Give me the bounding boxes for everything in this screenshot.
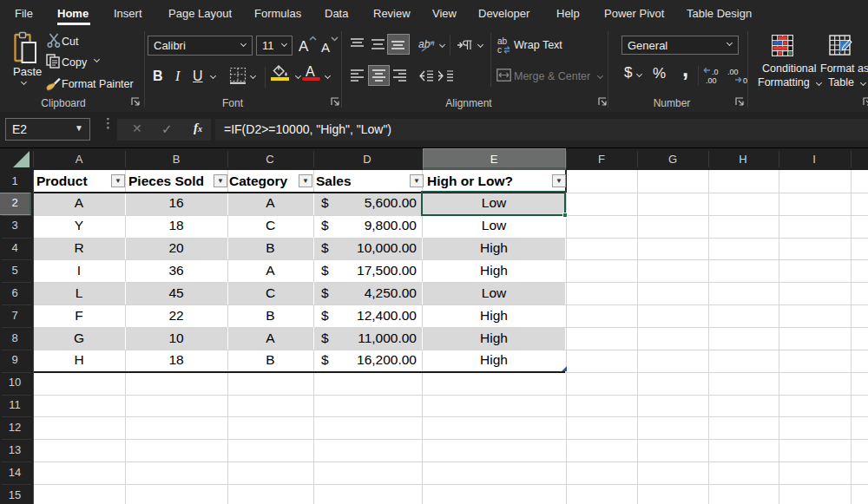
svg-text:.00: .00 bbox=[727, 68, 739, 76]
svg-text:c: c bbox=[497, 45, 502, 54]
svg-text:0: 0 bbox=[743, 76, 747, 84]
svg-text:.0: .0 bbox=[712, 68, 719, 76]
svg-text:.00: .00 bbox=[706, 76, 717, 84]
